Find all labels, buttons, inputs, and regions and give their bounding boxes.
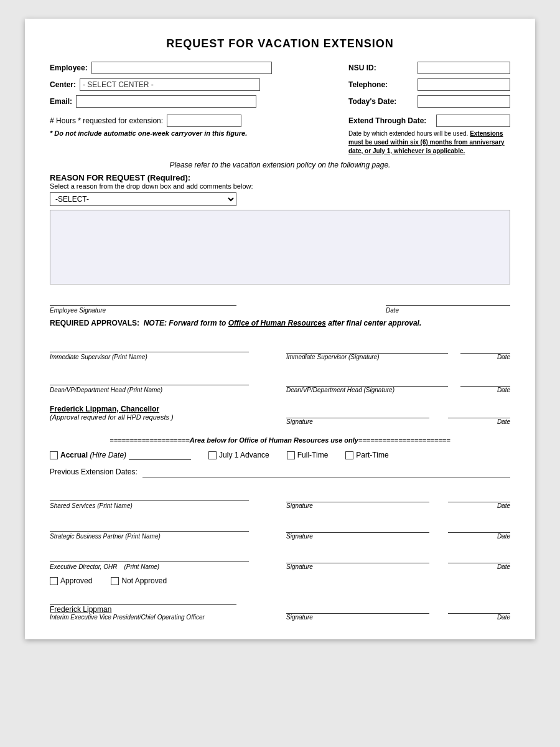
final-date-label: Date (497, 614, 510, 621)
extend-through-input[interactable] (436, 115, 510, 127)
dean-vp-date-label: Date (497, 387, 510, 393)
extend-note: Date by which extended hours will be use… (348, 129, 510, 156)
extend-through-label: Extend Through Date: (348, 116, 432, 125)
employee-signature-line (50, 292, 236, 306)
strategic-partner-date-line (448, 519, 510, 533)
required-approvals-note: REQUIRED APPROVALS: NOTE: Forward form t… (50, 317, 510, 329)
chancellor-name: Frederick Lippman, Chancellor (50, 405, 174, 413)
prev-ext-line (142, 466, 510, 477)
employee-date-label: Date (386, 307, 510, 314)
strategic-partner-print-label: Strategic Business Partner (Print Name) (50, 533, 249, 540)
imm-supervisor-date-label: Date (497, 354, 510, 360)
parttime-checkbox[interactable] (345, 451, 353, 459)
email-label: Email: (50, 97, 72, 106)
employee-signature-label: Employee Signature (50, 307, 236, 314)
not-approved-checkbox[interactable] (111, 577, 119, 585)
accrual-label: Accrual (Hire Date) (60, 451, 126, 459)
imm-supervisor-date-line (460, 340, 510, 354)
policy-note: Please refer to the vacation extension p… (50, 161, 510, 169)
employee-date-line (386, 292, 510, 306)
chancellor-approval-note: (Approval required for all HPD requests … (50, 413, 174, 421)
shared-services-print-label: Shared Services (Print Name) (50, 502, 249, 509)
imm-supervisor-print-line (50, 339, 249, 352)
reason-title: REASON FOR REQUEST (Required): (50, 173, 510, 182)
exec-director-sig-line (286, 550, 429, 563)
fulltime-checkbox[interactable] (287, 451, 295, 459)
frederick-title: Interim Executive Vice President/Chief O… (50, 614, 249, 621)
fulltime-label: Full-Time (297, 451, 329, 459)
not-approved-label: Not Approved (121, 576, 167, 585)
exec-director-sig-label: Signature (286, 563, 313, 570)
approved-label: Approved (60, 576, 92, 585)
comments-textarea[interactable] (50, 210, 510, 284)
exec-director-date-label: Date (497, 563, 510, 570)
frederick-name-line (50, 591, 236, 605)
frederick-name: Frederick Lippman (50, 605, 249, 614)
page-title: REQUEST FOR VACATION EXTENSION (50, 37, 510, 50)
ohr-divider: ====================Area below for Offic… (50, 436, 510, 444)
employee-input[interactable] (91, 62, 272, 74)
strategic-partner-print-line (50, 518, 249, 532)
exec-director-print-line (50, 548, 249, 562)
prev-ext-label: Previous Extension Dates: (50, 467, 138, 476)
email-input[interactable] (76, 95, 256, 108)
chancellor-date-line (448, 405, 510, 418)
strategic-partner-sig-line (286, 519, 429, 533)
dean-vp-print-line (50, 372, 249, 385)
exec-director-date-line (448, 550, 510, 563)
carryover-note: * Do not include automatic one-week carr… (50, 129, 247, 137)
strategic-partner-date-label: Date (497, 533, 510, 540)
dean-vp-date-line (460, 373, 510, 387)
shared-services-date-line (448, 489, 510, 502)
telephone-input[interactable] (418, 78, 510, 91)
hours-label: # Hours * requested for extension: (50, 116, 163, 125)
july1-label: July 1 Advance (219, 451, 269, 459)
employee-label: Employee: (50, 63, 88, 72)
center-label: Center: (50, 80, 76, 89)
strategic-partner-sig-label: Signature (286, 533, 313, 540)
todays-date-input[interactable] (418, 95, 510, 108)
final-date-line (448, 600, 510, 614)
dean-vp-sig-line (286, 373, 448, 387)
approved-checkbox[interactable] (50, 577, 58, 585)
chancellor-sig-line (286, 405, 429, 418)
july1-checkbox[interactable] (208, 451, 217, 459)
imm-supervisor-print-label: Immediate Supervisor (Print Name) (50, 354, 249, 360)
center-input[interactable]: - SELECT CENTER - (80, 78, 260, 91)
nsu-id-label: NSU ID: (348, 63, 414, 72)
dean-vp-print-label: Dean/VP/Department Head (Print Name) (50, 387, 249, 393)
final-sig-label: Signature (286, 614, 313, 621)
nsu-id-input[interactable] (418, 62, 510, 74)
chancellor-date-label: Date (497, 418, 510, 425)
todays-date-label: Today's Date: (348, 97, 414, 106)
accrual-date-line (129, 450, 191, 460)
accrual-checkbox[interactable] (50, 451, 58, 459)
imm-supervisor-sig-line (286, 340, 448, 354)
reason-select[interactable]: -SELECT- (50, 192, 236, 206)
shared-services-sig-label: Signature (286, 502, 313, 509)
shared-services-print-line (50, 487, 249, 501)
shared-services-date-label: Date (497, 502, 510, 509)
exec-director-print-label: Executive Director, OHR (Print Name) (50, 563, 249, 570)
hours-input[interactable] (167, 115, 241, 127)
dean-vp-sig-label: Dean/VP/Department Head (Signature) (286, 387, 394, 393)
parttime-label: Part-Time (356, 451, 388, 459)
reason-sub: Select a reason from the drop down box a… (50, 182, 510, 190)
imm-supervisor-sig-label: Immediate Supervisor (Signature) (286, 354, 380, 360)
chancellor-sig-label: Signature (286, 418, 313, 425)
final-sig-line (286, 600, 429, 614)
telephone-label: Telephone: (348, 80, 414, 89)
shared-services-sig-line (286, 489, 429, 502)
